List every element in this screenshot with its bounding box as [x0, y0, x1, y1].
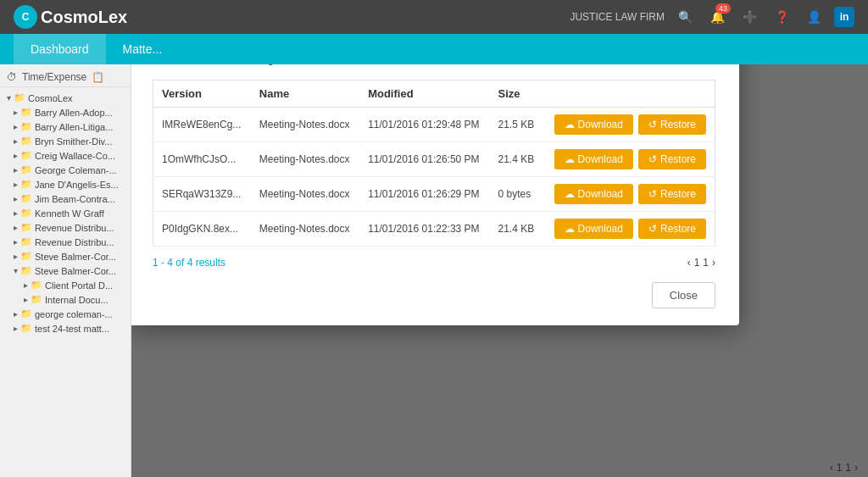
cell-version-1: 1OmWfhCJsO... — [153, 142, 251, 177]
download-button-0[interactable]: ☁ Download — [554, 114, 633, 135]
sidebar-item-label: Steve Balmer-Cor... — [35, 252, 116, 262]
table-row: 1OmWfhCJsO... Meeting-Notes.docx 11/01/2… — [153, 142, 715, 177]
sidebar-item-6[interactable]: ▸ 📁 Jim Beam-Contra... — [0, 191, 131, 206]
main-content: × Version History Version Name Modified … — [131, 64, 868, 477]
sidebar-item-label: Barry Allen-Adop... — [35, 108, 113, 118]
search-icon-btn[interactable]: 🔍 — [673, 5, 697, 29]
folder-icon: 📁 — [20, 251, 32, 262]
expand-icon: ▾ — [7, 93, 11, 103]
restore-button-1[interactable]: ↺ Restore — [638, 149, 706, 169]
sidebar-item-5[interactable]: ▸ 📁 Jane D'Angelis-Es... — [0, 177, 131, 191]
cell-version-2: SERqaW313Z9... — [153, 177, 251, 212]
content-area: ⏱ Time/Expense 📋 ▾ 📁 CosmoLex ▸ 📁 Barry … — [0, 64, 868, 477]
add-icon-btn[interactable]: ➕ — [737, 5, 761, 29]
sidebar-item-0[interactable]: ▸ 📁 Barry Allen-Adop... — [0, 105, 131, 119]
restore-button-0[interactable]: ↺ Restore — [638, 114, 706, 135]
sidebar-item-label: Barry Allen-Litiga... — [35, 122, 113, 132]
cell-name-0: Meeting-Notes.docx — [251, 108, 359, 142]
download-button-3[interactable]: ☁ Download — [554, 219, 633, 239]
sidebar-item-14[interactable]: ▸ 📁 george coleman-... — [0, 307, 131, 321]
sidebar-item-label: Revenue Distribu... — [35, 223, 114, 233]
expand-icon: ▸ — [14, 194, 18, 203]
folder-icon: 📁 — [31, 294, 42, 305]
version-table: Version Name Modified Size IMReWE8enCg..… — [153, 80, 715, 247]
sidebar-item-12[interactable]: ▸ 📁 Client Portal D... — [0, 278, 131, 292]
pagination-prev[interactable]: ‹ — [687, 257, 691, 269]
restore-button-3[interactable]: ↺ Restore — [638, 219, 706, 239]
sidebar-item-label: CosmoLex — [28, 93, 73, 103]
sidebar-item-label: Kenneth W Graff — [35, 208, 104, 219]
linkedin-icon-btn[interactable]: in — [834, 7, 854, 27]
folder-icon: 📁 — [20, 265, 32, 276]
sidebar-item-label: Revenue Distribu... — [35, 237, 114, 247]
sidebar-item-label: Steve Balmer-Cor... — [35, 266, 116, 276]
expand-icon: ▸ — [24, 280, 28, 290]
expand-icon: ▸ — [14, 136, 18, 146]
pagination-next[interactable]: › — [712, 257, 715, 269]
sidebar-item-8[interactable]: ▸ 📁 Revenue Distribu... — [0, 220, 131, 235]
cell-actions-1: ☁ Download ↺ Restore — [543, 142, 715, 177]
sidebar-item-label: test 24-test matt... — [35, 324, 109, 334]
sidebar-toolbar: ⏱ Time/Expense 📋 — [0, 68, 131, 87]
modal-backdrop[interactable]: × Version History Version Name Modified … — [131, 64, 868, 477]
sidebar-item-label: George Coleman-... — [35, 165, 117, 175]
time-expense-icon[interactable]: ⏱ — [7, 71, 17, 83]
restore-button-2[interactable]: ↺ Restore — [638, 184, 706, 204]
cell-actions-0: ☁ Download ↺ Restore — [543, 108, 715, 142]
cell-modified-3: 11/01/2016 01:22:33 PM — [359, 212, 489, 247]
download-cloud-icon: ☁ — [565, 153, 575, 165]
cell-name-3: Meeting-Notes.docx — [251, 212, 359, 247]
sidebar-item-3[interactable]: ▸ 📁 Creig Wallace-Co... — [0, 148, 131, 163]
download-cloud-icon: ☁ — [565, 119, 575, 130]
cell-size-0: 21.5 KB — [490, 108, 544, 142]
sidebar-tree: ▾ 📁 CosmoLex ▸ 📁 Barry Allen-Adop... ▸ 📁… — [0, 87, 131, 339]
nav-dashboard[interactable]: Dashboard — [14, 34, 106, 64]
restore-arrow-icon: ↺ — [648, 188, 657, 200]
help-icon-btn[interactable]: ❓ — [770, 5, 793, 29]
cell-modified-2: 11/01/2016 01:26:29 PM — [359, 177, 489, 212]
sidebar-item-label: Bryn Smither-Div... — [35, 136, 112, 147]
calendar-icon[interactable]: 📋 — [92, 71, 104, 83]
sidebar-item-label: Client Portal D... — [45, 280, 113, 291]
sidebar-item-7[interactable]: ▸ 📁 Kenneth W Graff — [0, 206, 131, 220]
cell-version-0: IMReWE8enCg... — [153, 108, 251, 142]
folder-icon: 📁 — [31, 280, 42, 291]
download-button-1[interactable]: ☁ Download — [554, 149, 633, 169]
sidebar-item-1[interactable]: ▸ 📁 Barry Allen-Litiga... — [0, 119, 131, 134]
cell-version-3: P0IdgGKN.8ex... — [153, 212, 251, 247]
sidebar-item-10[interactable]: ▸ 📁 Steve Balmer-Cor... — [0, 249, 131, 263]
sidebar-item-11[interactable]: ▾ 📁 Steve Balmer-Cor... — [0, 263, 131, 278]
user-icon-btn[interactable]: 👤 — [802, 5, 826, 29]
folder-icon: 📁 — [20, 193, 32, 204]
close-modal-button[interactable]: Close — [652, 282, 715, 308]
expand-icon: ▾ — [14, 266, 18, 275]
download-button-2[interactable]: ☁ Download — [554, 184, 633, 204]
sidebar-item-label: Internal Docu... — [45, 295, 108, 305]
pagination-page1[interactable]: 1 — [694, 257, 700, 269]
sidebar-item-cosmolex-root[interactable]: ▾ 📁 CosmoLex — [0, 91, 131, 105]
cell-size-2: 0 bytes — [490, 177, 544, 212]
nav-bar: Dashboard Matte... — [0, 34, 868, 64]
sidebar-item-15[interactable]: ▸ 📁 test 24-test matt... — [0, 321, 131, 336]
notifications-icon-btn[interactable]: 🔔 43 — [705, 5, 729, 29]
table-row: P0IdgGKN.8ex... Meeting-Notes.docx 11/01… — [153, 212, 715, 247]
col-size: Size — [490, 80, 544, 108]
pagination-page2[interactable]: 1 — [703, 257, 709, 269]
sidebar-item-4[interactable]: ▸ 📁 George Coleman-... — [0, 163, 131, 177]
logo: C CosmoLex — [14, 5, 127, 29]
time-expense-label: Time/Expense — [22, 71, 86, 83]
expand-icon: ▸ — [14, 165, 18, 175]
cell-name-2: Meeting-Notes.docx — [251, 177, 359, 212]
folder-icon: 📁 — [20, 107, 32, 118]
sidebar-item-9[interactable]: ▸ 📁 Revenue Distribu... — [0, 235, 131, 249]
top-bar: C CosmoLex JUSTICE LAW FIRM 🔍 🔔 43 ➕ ❓ 👤… — [0, 0, 868, 34]
expand-icon: ▸ — [14, 223, 18, 232]
expand-icon: ▸ — [14, 324, 18, 333]
cell-size-1: 21.4 KB — [490, 142, 544, 177]
modal-title: Version History — [153, 64, 715, 66]
sidebar-item-2[interactable]: ▸ 📁 Bryn Smither-Div... — [0, 134, 131, 148]
notification-badge: 43 — [715, 3, 731, 14]
sidebar-item-13[interactable]: ▸ 📁 Internal Docu... — [0, 292, 131, 307]
table-header-row: Version Name Modified Size — [153, 80, 715, 108]
nav-matters[interactable]: Matte... — [106, 34, 180, 64]
